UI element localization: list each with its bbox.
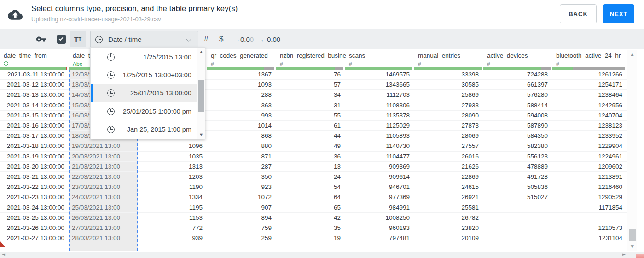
table-cell: 25869 [414, 90, 483, 100]
table-cell: 363 [207, 100, 276, 110]
scroll-down-icon[interactable]: ▼ [197, 133, 205, 137]
table-cell: 26016 [414, 152, 483, 161]
dropdown-scrollbar-thumb[interactable] [198, 80, 204, 112]
table-cell: 1334 [138, 192, 207, 202]
datetime-format-option-label: 1/25/2015 13:00 [143, 53, 191, 61]
table-cell: 2021-03-24 13:00:00 [0, 202, 69, 212]
datetime-format-options: 1/25/2015 13:001/25/2015 13:00+03:0025/0… [91, 48, 198, 139]
table-cell: 582380 [483, 141, 552, 151]
scroll-left-icon[interactable]: ◄ [2, 252, 5, 257]
table-cell: 22869 [414, 172, 483, 182]
table-cell: 19 [276, 233, 345, 243]
table-cell: 909369 [345, 162, 414, 171]
datetime-format-option[interactable]: 1/25/2015 13:00+03:00 [91, 66, 198, 84]
scroll-up-icon[interactable]: ▲ [627, 52, 637, 57]
checkmark-icon [59, 36, 64, 41]
next-button[interactable]: NEXT [603, 4, 634, 23]
table-cell: 2021-03-25 13:00:00 [0, 213, 69, 223]
column-type-label: # [211, 61, 214, 67]
boolean-type-checkbox[interactable] [57, 35, 66, 44]
scroll-down-icon[interactable]: ▼ [627, 244, 637, 249]
table-cell: 23820 [414, 223, 483, 233]
table-row: 2021-03-21 13:00:0022/03/2021 13:0012033… [0, 172, 627, 182]
table-cell: 868 [207, 131, 276, 141]
table-cell: 1254171 [552, 80, 627, 89]
column-header[interactable]: bluetooth_active_24_hr_# [552, 50, 627, 67]
key-icon [36, 34, 46, 44]
table-cell: 1313 [138, 162, 207, 171]
table-cell: 515027 [483, 192, 552, 202]
table-cell [483, 213, 552, 223]
vertical-scrollbar-thumb[interactable] [629, 229, 636, 241]
resize-corner [636, 254, 644, 258]
table-cell: 2021-03-16 13:00:00 [0, 121, 69, 130]
table-cell [483, 233, 552, 243]
table-cell: 1093 [207, 80, 276, 89]
column-header[interactable]: nzbn_registered_busine# [276, 50, 345, 67]
table-cell: 880 [207, 141, 276, 151]
table-cell: 1233952 [552, 131, 627, 141]
column-type-toolbar: TT Date / time # $ →0.00 ←0.00 [0, 29, 644, 49]
chevron-down-icon [186, 36, 191, 41]
table-cell: 2021-03-15 13:00:00 [0, 111, 69, 120]
table-cell: 1035 [138, 152, 207, 161]
column-header[interactable]: qr_codes_generated# [207, 50, 276, 67]
upload-status-text: Uploading nz-covid-tracer-usage-2021-03-… [31, 16, 161, 23]
datetime-format-option[interactable]: 25/01/2015 1:00:00 pm [91, 102, 198, 120]
table-cell: 350 [207, 172, 276, 182]
column-header[interactable]: manual_entries# [414, 50, 483, 67]
datetime-format-option[interactable]: Jan 25, 2015 1:00 pm [91, 121, 198, 139]
datetime-format-option[interactable]: 1/25/2015 13:00 [91, 48, 198, 66]
table-cell: 1135378 [345, 111, 414, 120]
table-cell: 584350 [483, 131, 552, 141]
clock-icon [107, 53, 115, 61]
vertical-scrollbar[interactable]: ▲ ▼ [627, 50, 637, 251]
column-name: date_time_from [4, 52, 47, 59]
column-header[interactable]: scans# [345, 50, 414, 67]
table-cell: 26921 [414, 192, 483, 202]
decrease-decimal-button[interactable]: ←0.00 [260, 29, 280, 49]
table-cell: 288 [207, 90, 276, 100]
integer-type-button[interactable]: # [204, 29, 208, 49]
clock-icon [107, 108, 115, 115]
table-cell: 2021-03-18 13:00:00 [0, 141, 69, 151]
table-cell: 2021-03-22 13:00:00 [0, 182, 69, 192]
table-row: 2021-03-18 13:00:0019/03/2021 13:0010968… [0, 141, 627, 151]
table-cell: 1104477 [345, 152, 414, 161]
table-cell: 27557 [414, 141, 483, 151]
table-cell: 1213891 [552, 172, 627, 182]
datetime-format-option[interactable]: 25/01/2015 13:00:00 [91, 84, 198, 102]
dropdown-scrollbar[interactable]: ▲ ▼ [197, 48, 205, 139]
increase-decimal-button[interactable]: →0.00 [233, 29, 254, 49]
table-cell: 25/03/2021 13:00 [69, 202, 138, 212]
datetime-format-select[interactable]: Date / time [90, 31, 198, 48]
table-cell: 2021-03-13 13:00:00 [0, 90, 69, 100]
column-type-label: # [280, 61, 283, 67]
table-cell: 2021-03-12 13:00:00 [0, 80, 69, 89]
table-cell: 24 [276, 172, 345, 182]
horizontal-scrollbar[interactable]: ◄ ► [0, 252, 644, 258]
scroll-right-icon[interactable]: ► [622, 252, 626, 257]
table-cell [483, 223, 552, 233]
table-cell: 1153 [138, 213, 207, 223]
selected-column-left-border [69, 70, 70, 251]
column-header[interactable]: active_devices# [483, 50, 552, 67]
primary-key-button[interactable] [36, 29, 46, 49]
text-type-button[interactable]: TT [70, 31, 86, 47]
table-cell: 2021-03-23 13:00:00 [0, 192, 69, 202]
table-cell: 2021-03-11 13:00:00 [0, 70, 69, 79]
table-cell: 1140730 [345, 141, 414, 151]
scroll-up-icon[interactable]: ▲ [197, 50, 205, 54]
increase-decimal-label: →0.0 [233, 35, 250, 43]
back-button[interactable]: BACK [560, 4, 597, 23]
table-cell: 27/03/2021 13:00 [69, 223, 138, 233]
text-type-label: T [74, 35, 78, 43]
column-header[interactable]: date_time_from [0, 50, 69, 67]
table-cell: 1261266 [552, 70, 627, 79]
column-name: nzbn_registered_busine [280, 52, 346, 59]
table-cell: 1014 [207, 121, 276, 130]
table-cell: 287 [207, 162, 276, 171]
currency-type-button[interactable]: $ [219, 29, 223, 49]
table-cell: 1240704 [552, 111, 627, 120]
table-cell: 64 [276, 192, 345, 202]
